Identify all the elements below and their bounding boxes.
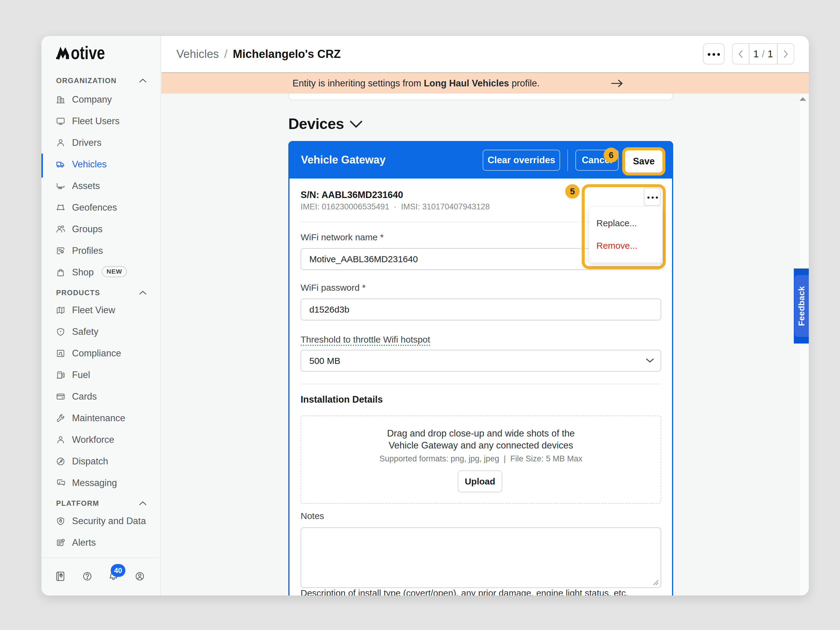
svg-text:otive: otive [71,42,105,63]
